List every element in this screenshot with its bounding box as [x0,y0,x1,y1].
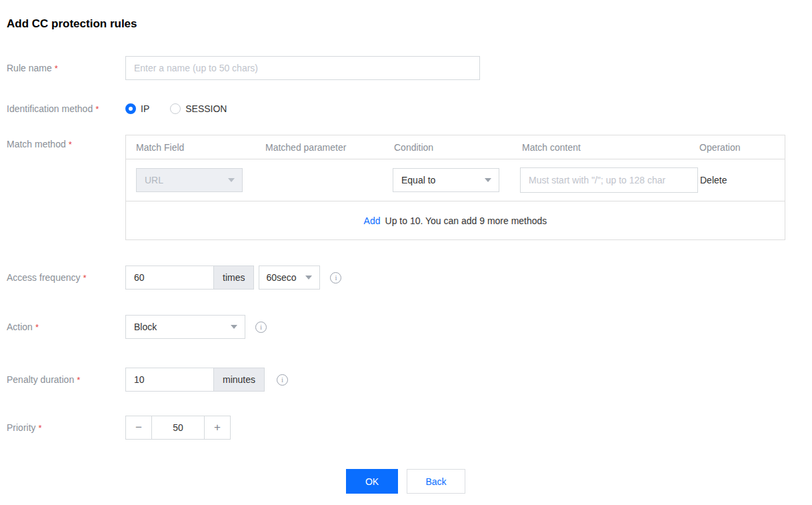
match-table-footer: Add Up to 10. You can add 9 more methods [126,201,785,239]
identification-method-row: Identification method* IP SESSION [7,101,227,116]
rule-name-row: Rule name* [7,56,480,80]
match-field-select[interactable]: URL [136,168,243,192]
match-method-table: Match Field Matched parameter Condition … [125,135,785,240]
header-match-field: Match Field [136,135,184,159]
identification-method-label: Identification method* [7,103,125,114]
radio-session-label: SESSION [185,103,227,114]
access-frequency-label: Access frequency* [7,272,125,283]
page-title: Add CC protection rules [7,17,137,31]
access-frequency-period-select[interactable]: 60seco [259,266,320,290]
required-mark: * [39,423,42,433]
match-method-row: Match method* [7,137,125,151]
match-content-input[interactable] [520,167,698,193]
header-matched-parameter: Matched parameter [265,135,346,159]
action-value: Block [134,322,157,332]
add-hint: Up to 10. You can add 9 more methods [385,215,547,226]
delete-link[interactable]: Delete [700,159,727,201]
required-mark: * [83,273,87,283]
condition-select[interactable]: Equal to [393,168,499,192]
access-frequency-period-value: 60seco [266,272,296,283]
penalty-duration-row: Penalty duration* minutes i [7,368,288,392]
priority-label: Priority* [7,422,125,433]
add-link[interactable]: Add [364,215,381,226]
action-row: Action* Block i [7,315,267,339]
action-select[interactable]: Block [125,315,245,339]
condition-value: Equal to [401,175,435,185]
access-frequency-row: Access frequency* times 60seco i [7,266,341,290]
chevron-down-icon [231,325,237,329]
identification-method-radio-group: IP SESSION [125,103,227,114]
match-table-header: Match Field Matched parameter Condition … [126,135,785,159]
required-mark: * [69,139,72,149]
access-frequency-unit: times [214,266,254,290]
back-button[interactable]: Back [407,469,465,494]
penalty-duration-input[interactable] [125,368,214,392]
header-operation: Operation [699,135,740,159]
match-field-value: URL [145,175,163,185]
priority-stepper: − + [125,416,231,440]
required-mark: * [35,322,39,332]
chevron-down-icon [305,276,312,280]
chevron-down-icon [485,178,491,182]
radio-session[interactable]: SESSION [170,103,227,114]
priority-row: Priority* − + [7,416,231,440]
radio-ip-label: IP [141,103,149,114]
penalty-duration-unit: minutes [214,368,265,392]
chevron-down-icon [228,178,235,182]
ok-button[interactable]: OK [346,469,398,494]
priority-input[interactable] [151,416,205,440]
rule-name-input[interactable] [125,56,480,80]
info-icon[interactable]: i [255,322,267,333]
info-icon[interactable]: i [277,374,288,386]
add-cc-protection-rules-page: Add CC protection rules Rule name* Ident… [0,0,812,505]
required-mark: * [95,104,99,114]
rule-name-label: Rule name* [7,63,125,73]
required-mark: * [55,63,58,73]
header-condition: Condition [394,135,433,159]
info-icon[interactable]: i [330,272,341,284]
match-method-label: Match method* [7,139,125,149]
radio-selected-icon [125,103,136,114]
increase-button[interactable]: + [204,416,231,440]
radio-unselected-icon [170,103,181,114]
penalty-duration-label: Penalty duration* [7,374,125,385]
match-table-row: URL Equal to Delete [126,159,785,201]
radio-ip[interactable]: IP [125,103,149,114]
required-mark: * [77,375,80,385]
access-frequency-input[interactable] [125,266,214,290]
header-match-content: Match content [522,135,581,159]
decrease-button[interactable]: − [125,416,152,440]
action-label: Action* [7,322,125,332]
